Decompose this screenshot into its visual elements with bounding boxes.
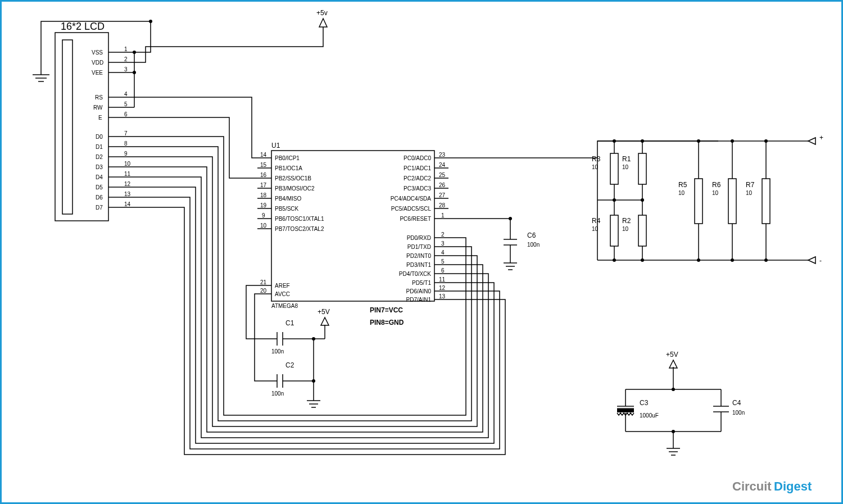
svg-rect-134 [610,153,618,184]
c3-val: 1000uF [640,412,659,419]
lcd-pin-d7: D7 [96,205,103,211]
label-5v-supply: +5V [666,351,678,358]
pin-pd7: PD7/AIN1 [406,297,432,303]
svg-text:6: 6 [124,111,128,117]
adc-net: C6 100n [448,141,718,270]
svg-text:11: 11 [124,171,131,177]
svg-point-99 [312,379,315,383]
ic-ref: U1 [271,142,280,149]
svg-text:20: 20 [260,288,267,294]
c6-ref: C6 [527,231,536,239]
svg-text:9: 9 [262,212,265,219]
pin-pd0: PD0/RXD [407,235,431,241]
pin-pb0: PB0/ICP1 [275,155,300,161]
pin-pc1: PC1/ADC1 [404,165,431,171]
lcd-pin-vdd: VDD [92,60,103,66]
svg-text:16: 16 [260,172,267,178]
svg-point-34 [133,71,136,74]
svg-text:4: 4 [124,91,128,97]
svg-text:21: 21 [260,279,267,285]
svg-text:1: 1 [124,46,128,52]
ic-note1: PIN7=VCC [370,306,403,314]
c1-val: 100n [271,348,284,355]
r2-ref: R2 [622,217,631,225]
ic-note2: PIN8=GND [370,319,404,326]
r6-ref: R6 [712,181,721,189]
svg-text:27: 27 [439,192,446,198]
svg-marker-105 [321,317,329,325]
svg-rect-142 [610,215,618,246]
lcd-pin-rw: RW [93,105,103,111]
svg-text:5: 5 [441,258,445,265]
pin-pd1: PD1/TXD [407,244,431,250]
svg-text:9: 9 [124,151,128,157]
svg-text:1: 1 [441,212,445,219]
lcd-pin-rs: RS [95,94,103,101]
svg-text:24: 24 [439,162,446,168]
c1-ref: C1 [285,319,294,327]
ic-name: ATMEGA8 [271,303,298,309]
pin-pc3: PC3/ADC3 [404,185,431,192]
lcd-pin-d2: D2 [96,154,103,160]
pin-aref: AREF [275,283,290,289]
svg-text:26: 26 [439,182,446,188]
pin-pd3: PD3/INT1 [406,262,431,268]
svg-marker-118 [808,257,815,264]
label-5v-aref: +5V [318,308,330,316]
pin-pb7: PB7/TOSC2/XTAL2 [275,226,324,232]
lcd-pin-d1: D1 [96,144,103,150]
svg-marker-116 [808,138,815,144]
pin-pd4: PD4/T0/XCK [399,271,432,277]
svg-text:23: 23 [439,152,446,158]
svg-point-33 [133,51,136,54]
svg-point-164 [672,388,675,391]
pin-pc4: PC4/ADC4/SDA [391,196,432,202]
svg-text:-: - [819,257,822,265]
pin-pc2: PC2/ADC2 [404,175,431,181]
c2-val: 100n [271,391,284,397]
c6-val: 100n [527,242,540,248]
r4-ref: R4 [592,217,601,225]
svg-text:17: 17 [260,182,267,188]
svg-text:10: 10 [622,164,629,170]
svg-text:28: 28 [439,202,446,208]
svg-text:12: 12 [439,285,446,291]
lcd-pin-d3: D3 [96,164,103,170]
svg-point-35 [149,20,152,23]
label-5v-lcd: +5v [316,9,328,17]
svg-rect-154 [728,179,736,224]
svg-text:10: 10 [592,226,599,232]
c2-ref: C2 [285,361,294,369]
svg-text:13: 13 [124,191,131,197]
svg-text:10: 10 [678,190,685,196]
ic-right-pd: PD0/RXD2 PD1/TXD3 PD2/INT04 PD3/INT15 PD… [399,231,448,303]
svg-rect-167 [617,409,634,412]
c4-ref: C4 [732,399,741,407]
r3-ref: R3 [592,155,601,163]
svg-text:12: 12 [124,181,131,187]
ic-right-pc: PC0/ADC023 PC1/ADC124 PC2/ADC225 PC3/ADC… [391,152,448,222]
c4-val: 100n [732,410,745,416]
pin-pc6: PC6/RESET [400,216,431,222]
pin-avcc: AVCC [275,291,290,297]
svg-rect-138 [638,153,646,184]
brand-b: Digest [774,479,812,493]
pin-pd2: PD2/INT0 [406,253,431,259]
r1-ref: R1 [622,155,631,163]
brand-a: Circuit [732,479,772,493]
lcd-vdd-net: +5v [123,9,328,62]
svg-text:14: 14 [124,201,131,207]
svg-rect-150 [695,179,703,224]
svg-text:2: 2 [124,56,128,62]
pin-pb4: PB4/MISO [275,196,301,202]
c3-ref: C3 [640,399,649,407]
svg-text:3: 3 [124,66,128,72]
lcd-pin-d5: D5 [96,184,103,190]
svg-text:7: 7 [124,130,128,137]
r7-ref: R7 [746,181,755,189]
pin-pd5: PD5/T1 [412,280,431,286]
svg-rect-158 [762,179,770,224]
pin-pb1: PB1/OC1A [275,165,302,171]
svg-rect-1 [62,40,72,214]
lcd-pin-d0: D0 [96,134,103,140]
